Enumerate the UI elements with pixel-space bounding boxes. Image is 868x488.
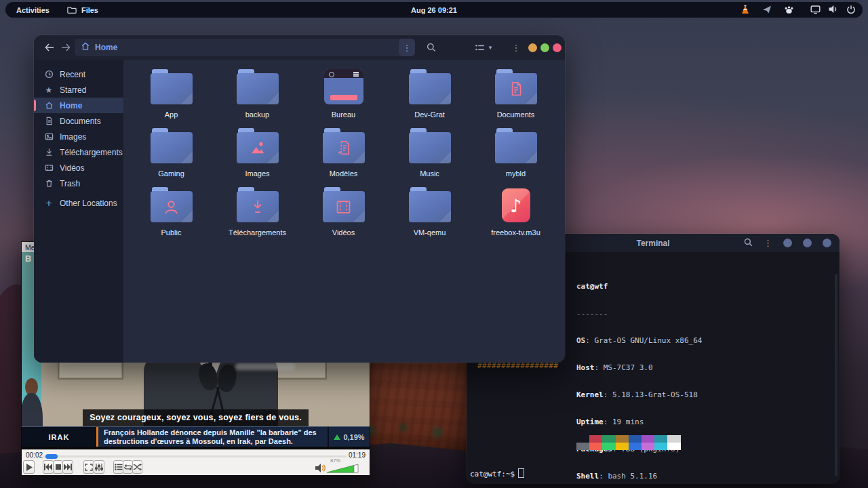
gnome-topbar: Activities Files Aug 26 09:21	[5, 2, 863, 18]
volume-slider[interactable]	[327, 464, 359, 476]
next-button[interactable]	[62, 460, 73, 474]
grid-item-folder[interactable]: VM-qemu	[387, 186, 473, 245]
grid-item-folder-public[interactable]: Public	[128, 186, 214, 245]
grid-item-folder[interactable]: backup	[214, 68, 300, 127]
terminal-scrollbar[interactable]	[835, 274, 837, 476]
window-button[interactable]	[823, 239, 831, 247]
sidebar-item-recent[interactable]: Recent	[34, 66, 123, 82]
files-headerbar[interactable]: Home ⋮ ▾ ⋮	[34, 35, 565, 60]
grid-item-folder-documents[interactable]: Documents	[473, 68, 559, 127]
folder-documents-icon	[495, 69, 537, 104]
vlc-tray-icon[interactable]	[741, 5, 750, 16]
download-icon	[44, 148, 54, 157]
sidebar-item-starred[interactable]: ★ Starred	[34, 82, 123, 98]
seek-progress[interactable]	[45, 454, 58, 459]
grid-item-folder-images[interactable]: Images	[214, 127, 300, 186]
palette-swatch	[629, 443, 642, 450]
stop-button[interactable]	[53, 460, 63, 474]
ticker-category: IRAK	[22, 427, 96, 447]
grid-item-folder-videos[interactable]: Vidéos	[300, 186, 387, 245]
time-elapsed: 00:02	[26, 451, 43, 459]
grid-item-folder-downloads[interactable]: Téléchargements	[214, 186, 300, 245]
grid-item-folder[interactable]: App	[128, 68, 214, 127]
volume-percent: 87%	[330, 458, 340, 464]
palette-swatch	[589, 435, 602, 443]
grid-item-desktop[interactable]: Bureau	[300, 68, 387, 127]
grid-item-folder[interactable]: Dev-Grat	[387, 68, 473, 127]
window-button-minimize[interactable]	[528, 43, 537, 52]
window-button-close[interactable]	[553, 43, 561, 52]
grid-item-folder[interactable]: mybld	[473, 127, 559, 186]
window-button[interactable]	[803, 239, 812, 247]
view-toggle-button[interactable]: ▾	[468, 39, 499, 56]
sidebar-item-home[interactable]: Home	[34, 98, 123, 113]
ticker-headline: François Hollande dénonce depuis Manille…	[98, 427, 328, 447]
video-overlay-blur	[235, 363, 295, 370]
clock[interactable]: Aug 26 09:21	[5, 6, 863, 14]
palette-swatch	[629, 435, 642, 443]
grid-item-playlist-file[interactable]: ♪ freebox-tv.m3u	[473, 186, 559, 245]
palette-swatch	[602, 443, 615, 450]
seek-slider[interactable]	[43, 455, 347, 458]
palette-swatch	[576, 435, 589, 443]
vlc-controls: 00:02 01:19	[22, 449, 370, 475]
paw-tray-icon[interactable]	[784, 5, 794, 16]
path-menu-button[interactable]: ⋮	[399, 39, 415, 56]
playlist-button[interactable]	[113, 460, 123, 474]
terminal-prompt[interactable]: cat@wtf:~$	[470, 468, 524, 479]
star-icon: ★	[44, 85, 54, 95]
document-icon	[44, 117, 54, 125]
palette-swatch	[602, 435, 615, 443]
sidebar-item-downloads[interactable]: Téléchargements	[34, 144, 123, 160]
image-icon	[44, 132, 54, 141]
home-icon	[81, 41, 90, 54]
folder-downloads-icon	[237, 187, 279, 222]
send-tray-icon[interactable]	[762, 5, 772, 16]
window-button-maximize[interactable]	[540, 43, 549, 52]
sidebar-item-trash[interactable]: Trash	[34, 176, 123, 191]
ticker-headline-line1: François Hollande dénonce depuis Manille…	[104, 428, 328, 437]
window-menu-button[interactable]: ⋮	[509, 39, 524, 56]
grid-item-folder-templates[interactable]: Modèles	[300, 127, 387, 186]
neofetch-host: cat@wtf	[576, 282, 747, 291]
recent-icon	[44, 70, 54, 79]
shuffle-button[interactable]	[132, 460, 142, 474]
search-icon[interactable]	[744, 237, 753, 249]
screen-icon[interactable]	[810, 5, 821, 16]
forward-button[interactable]	[58, 40, 73, 55]
path-bar[interactable]: Home ⋮	[75, 39, 415, 56]
menu-kebab-icon[interactable]: ⋮	[764, 239, 772, 247]
sidebar-item-images[interactable]: Images	[34, 129, 123, 144]
search-button[interactable]	[423, 39, 439, 56]
video-subtitle: Soyez courageux, soyez vous, soyez fiers…	[22, 409, 370, 426]
adjustments-button[interactable]	[94, 460, 104, 474]
loop-button[interactable]	[123, 460, 133, 474]
fullscreen-button[interactable]	[83, 460, 94, 474]
volume-icon[interactable]	[315, 463, 326, 475]
files-sidebar: Recent ★ Starred Home Documents Images T…	[34, 60, 123, 363]
grid-item-folder[interactable]: Gaming	[128, 127, 214, 186]
power-icon[interactable]	[846, 5, 856, 16]
volume-icon[interactable]	[829, 5, 838, 15]
plus-icon: +	[44, 198, 54, 208]
sidebar-item-videos[interactable]: Vidéos	[34, 160, 123, 176]
kebab-icon: ⋮	[512, 43, 521, 52]
news-ticker: IRAK François Hollande dénonce depuis Ma…	[22, 426, 370, 447]
ticker-headline-line2: destructions d'œuvres à Mossoul, en Irak…	[104, 437, 328, 446]
grid-item-folder[interactable]: Music	[387, 127, 473, 186]
ticker-stat-value: 0,19%	[343, 433, 364, 441]
sidebar-item-documents[interactable]: Documents	[34, 113, 123, 129]
back-button[interactable]	[42, 40, 57, 55]
window-button[interactable]	[783, 239, 792, 247]
folder-templates-icon	[323, 128, 365, 163]
kebab-icon: ⋮	[403, 43, 412, 52]
sidebar-item-other-locations[interactable]: + Other Locations	[34, 195, 123, 211]
folder-icon	[151, 69, 193, 104]
video-badge-letter: B	[25, 253, 31, 264]
desktop: Media B Soyez courageux, soyez vous, soy…	[0, 0, 868, 488]
folder-icon	[151, 128, 193, 163]
palette-swatch	[642, 435, 654, 443]
play-button[interactable]	[23, 460, 35, 474]
files-content-grid[interactable]: App backup Bureau Dev-Grat Documents	[123, 60, 565, 363]
previous-button[interactable]	[43, 460, 54, 474]
